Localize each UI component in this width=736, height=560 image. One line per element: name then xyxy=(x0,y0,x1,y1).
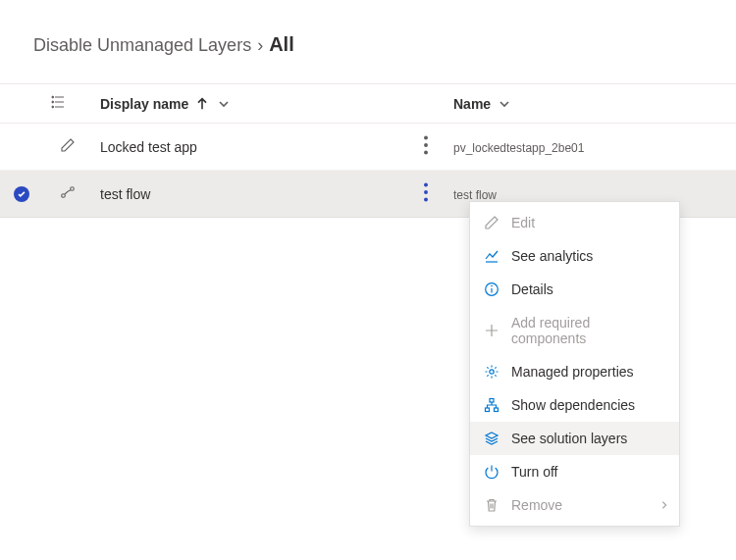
chevron-right-icon: › xyxy=(257,35,263,56)
menu-details[interactable]: Details xyxy=(470,273,679,306)
row-select-cell[interactable] xyxy=(0,124,43,171)
hierarchy-icon xyxy=(484,397,499,413)
row-select-cell[interactable] xyxy=(0,171,43,218)
menu-remove: Remove xyxy=(470,488,679,522)
menu-label: See solution layers xyxy=(511,431,627,446)
svg-point-5 xyxy=(424,151,428,155)
menu-add-required-components: Add required components xyxy=(470,306,679,355)
check-icon xyxy=(14,186,29,202)
menu-label: Managed properties xyxy=(511,364,634,380)
svg-rect-16 xyxy=(486,408,490,412)
table-row[interactable]: Locked test app pv_lockedtestapp_2be01 xyxy=(0,124,736,171)
menu-label: See analytics xyxy=(511,248,593,264)
row-type-cell xyxy=(43,124,92,171)
row-type-cell xyxy=(43,171,92,218)
svg-point-13 xyxy=(491,285,493,287)
svg-rect-17 xyxy=(495,408,499,412)
pencil-icon xyxy=(484,215,499,230)
col-name-label: Name xyxy=(453,96,491,112)
svg-point-2 xyxy=(52,106,54,108)
svg-point-1 xyxy=(52,101,54,103)
menu-edit: Edit xyxy=(470,206,679,239)
breadcrumb-parent[interactable]: Disable Unmanaged Layers xyxy=(33,35,251,56)
menu-label: Turn off xyxy=(511,464,557,480)
power-icon xyxy=(484,464,499,480)
plus-icon xyxy=(484,323,499,338)
trash-icon xyxy=(484,497,499,513)
svg-point-6 xyxy=(62,194,66,198)
menu-label: Show dependencies xyxy=(511,397,635,413)
sort-asc-icon xyxy=(194,96,210,112)
context-menu: Edit See analytics Details Add required … xyxy=(469,201,680,527)
svg-point-3 xyxy=(424,136,428,140)
row-more-button[interactable] xyxy=(414,133,438,157)
row-name: pv_lockedtestapp_2be01 xyxy=(453,141,584,155)
layers-icon xyxy=(484,431,499,446)
list-icon xyxy=(51,94,67,110)
solution-grid: Display name Name xyxy=(0,83,736,218)
info-icon xyxy=(484,281,499,297)
row-name: test flow xyxy=(453,188,497,202)
svg-point-8 xyxy=(424,183,428,187)
col-actions xyxy=(406,84,446,124)
col-type[interactable] xyxy=(43,84,92,124)
breadcrumb-current: All xyxy=(269,33,294,56)
row-more-button[interactable] xyxy=(414,180,438,204)
gear-icon xyxy=(484,364,499,380)
menu-turn-off[interactable]: Turn off xyxy=(470,455,679,488)
chevron-right-icon xyxy=(659,497,669,513)
chevron-down-icon xyxy=(216,96,232,112)
svg-point-4 xyxy=(424,143,428,147)
svg-point-7 xyxy=(71,187,75,191)
menu-show-dependencies[interactable]: Show dependencies xyxy=(470,388,679,422)
col-display-name[interactable]: Display name xyxy=(92,84,406,124)
analytics-icon xyxy=(484,248,499,264)
row-display-name[interactable]: test flow xyxy=(92,171,406,218)
col-display-name-label: Display name xyxy=(100,96,188,112)
chevron-down-icon xyxy=(497,96,512,112)
menu-managed-properties[interactable]: Managed properties xyxy=(470,355,679,388)
svg-point-14 xyxy=(490,370,494,374)
breadcrumb: Disable Unmanaged Layers › All xyxy=(0,0,736,83)
menu-see-analytics[interactable]: See analytics xyxy=(470,239,679,273)
svg-rect-15 xyxy=(490,399,494,403)
pencil-icon xyxy=(60,137,76,153)
svg-marker-18 xyxy=(486,433,498,438)
col-name[interactable]: Name xyxy=(446,84,736,124)
row-display-name[interactable]: Locked test app xyxy=(92,124,406,171)
menu-see-solution-layers[interactable]: See solution layers xyxy=(470,422,679,455)
menu-label: Remove xyxy=(511,497,562,513)
menu-label: Add required components xyxy=(511,315,665,346)
svg-point-0 xyxy=(52,96,54,98)
menu-label: Edit xyxy=(511,215,535,230)
col-select xyxy=(0,84,43,124)
menu-label: Details xyxy=(511,281,553,297)
flow-icon xyxy=(60,184,76,200)
svg-point-9 xyxy=(424,190,428,194)
svg-point-10 xyxy=(424,198,428,202)
